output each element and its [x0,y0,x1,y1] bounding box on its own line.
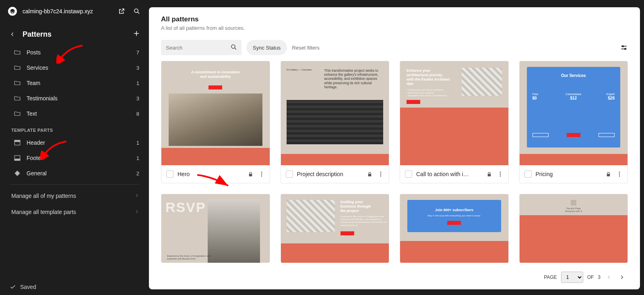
select-checkbox[interactable] [524,170,532,178]
folder-icon [14,49,21,56]
sync-status-filter[interactable]: Sync Status [246,40,287,55]
site-name[interactable]: calming-bb7c24.instawp.xyz [23,8,118,15]
select-checkbox[interactable] [286,170,293,178]
toolbar: Sync Status Reset filters [149,37,640,61]
lock-icon [367,171,373,177]
diamond-icon [14,170,21,177]
sidebar-divider [10,184,139,185]
saved-label: Saved [20,284,36,290]
select-checkbox[interactable] [405,170,412,178]
svg-point-11 [380,172,381,172]
pattern-preview: RSVP Experience the fusion of imaginatio… [161,194,270,263]
svg-rect-2 [14,140,20,142]
pattern-card[interactable]: Join 900+ subscribers Stay in the loop w… [400,194,509,263]
chevron-right-icon [134,193,139,199]
filter-settings-icon[interactable] [620,44,628,52]
search-field[interactable] [161,40,242,55]
sidebar-item-label: Footer [27,155,136,161]
sidebar-item-testimonials[interactable]: Testimonials 3 [0,91,149,106]
folder-icon [14,110,21,117]
pattern-name: Project description [297,171,363,177]
pattern-card[interactable]: Sample PageDesigned with ♦ [519,194,628,263]
pager-prev-button[interactable] [605,273,613,282]
sidebar-item-count: 7 [136,50,139,56]
sidebar-item-label: Testimonials [27,95,136,102]
sidebar-item-count: 2 [136,170,139,177]
sidebar-item-count: 1 [136,140,139,146]
select-checkbox[interactable] [166,170,173,178]
sidebar-item-posts[interactable]: Posts 7 [0,45,149,60]
svg-point-6 [622,46,623,47]
svg-point-13 [380,175,381,176]
pager-of-value: 3 [598,274,601,280]
pattern-preview: Sample PageDesigned with ♦ [520,194,628,263]
pattern-preview: Join 900+ subscribers Stay in the loop w… [400,194,508,263]
lock-icon [248,171,254,177]
lock-icon [606,171,611,177]
pattern-card[interactable]: RSVP Experience the fusion of imaginatio… [161,194,270,263]
saved-indicator: Saved [0,279,149,295]
svg-point-18 [619,174,620,175]
pattern-card[interactable]: Guiding yourbusiness throughthe project … [281,194,390,263]
chevron-right-icon [134,209,139,215]
wordpress-logo-icon[interactable] [8,7,17,16]
sidebar-item-text[interactable]: Text 8 [0,106,149,121]
pattern-card[interactable]: Enhance yourarchitectural journeywith th… [400,61,509,183]
pattern-name: Hero [178,171,244,177]
pattern-card[interactable]: Our Services Free$0 Connoisseur$12 Exper… [519,61,628,183]
pattern-name: Pricing [536,171,602,177]
card-actions-button[interactable] [377,170,385,178]
card-actions-button[interactable] [615,170,623,178]
sidebar-item-label: Team [27,80,136,86]
svg-point-16 [500,175,500,176]
svg-point-0 [134,9,138,12]
search-input[interactable] [161,40,242,55]
svg-point-19 [619,175,620,176]
pager-page-label: PAGE [544,274,557,280]
pattern-grid: A commitment to innovationand sustainabi… [161,61,628,263]
back-icon[interactable] [10,31,16,38]
sidebar-item-count: 3 [136,65,139,71]
search-icon[interactable] [133,7,141,15]
sidebar-link-label: Manage all template parts [11,209,76,215]
pager-of-label: OF [587,274,594,280]
svg-rect-4 [14,159,20,160]
pattern-preview: Our Services Free$0 Connoisseur$12 Exper… [520,61,628,165]
svg-point-8 [261,172,262,172]
card-actions-button[interactable] [496,170,504,178]
search-icon [230,44,237,51]
sidebar-item-label: Header [27,139,136,146]
page-title: All patterns [161,15,628,23]
content-panel: All patterns A list of all patterns from… [149,7,640,289]
sidebar-item-header[interactable]: Header 1 [0,135,149,150]
sidebar-item-count: 1 [136,155,139,161]
sidebar-section-template-parts: TEMPLATE PARTS [0,121,149,135]
sidebar-item-count: 1 [136,80,139,86]
sidebar-item-label: General [27,170,136,177]
sidebar-item-team[interactable]: Team 1 [0,75,149,91]
sidebar-item-label: Text [27,110,136,117]
sidebar-item-services[interactable]: Services 3 [0,60,149,75]
svg-point-14 [500,172,500,172]
pattern-preview: Art Gallery — Overview This transformati… [281,61,389,165]
pattern-card[interactable]: A commitment to innovationand sustainabi… [161,61,270,183]
pager-page-select[interactable]: 1 [561,272,583,283]
manage-patterns-link[interactable]: Manage all of my patterns [0,188,149,204]
sidebar-item-general[interactable]: General 2 [0,166,149,181]
pattern-card[interactable]: Art Gallery — Overview This transformati… [281,61,390,183]
folder-icon [14,79,21,87]
sidebar-item-count: 3 [136,96,139,102]
manage-template-parts-link[interactable]: Manage all template parts [0,204,149,220]
page-subtitle: A list of all patterns from all sources. [161,25,628,31]
pattern-preview: Enhance yourarchitectural journeywith th… [400,61,508,165]
header-icon [14,139,21,146]
sidebar-item-footer[interactable]: Footer 1 [0,150,149,166]
pattern-name: Call to action with i… [416,171,483,177]
card-actions-button[interactable] [258,170,266,178]
lock-icon [487,171,492,177]
reset-filters-link[interactable]: Reset filters [292,45,320,51]
svg-point-10 [261,175,262,176]
pager-next-button[interactable] [617,273,626,282]
open-external-icon[interactable] [118,7,126,15]
add-pattern-button[interactable] [133,30,140,39]
